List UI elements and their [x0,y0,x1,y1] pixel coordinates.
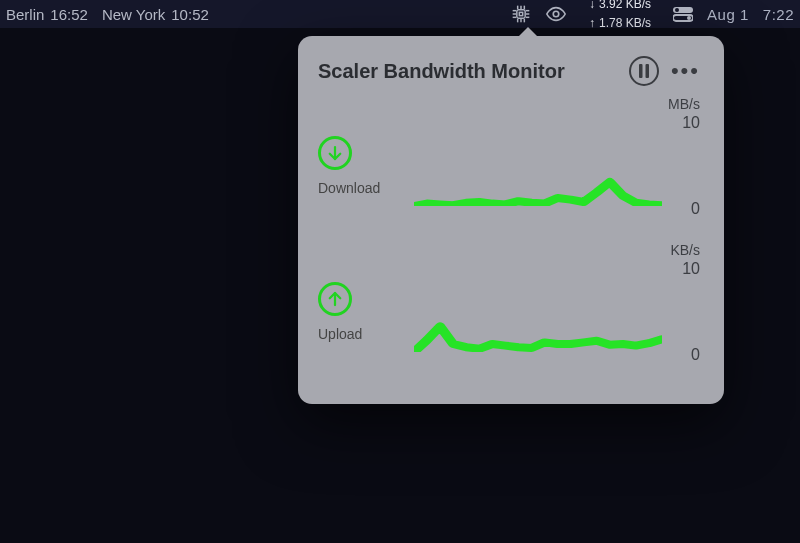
download-unit: MB/s [664,96,700,112]
upload-unit: KB/s [664,242,700,258]
download-label: Download [318,180,380,196]
svg-rect-1 [519,12,522,15]
system-time[interactable]: 7:22 [763,6,794,23]
eye-icon[interactable] [545,3,567,25]
upload-max: 10 [664,260,700,278]
download-icon [318,136,352,170]
city-label: Berlin [6,6,44,23]
control-center-icon[interactable] [673,6,693,22]
upload-sparkline [414,272,662,352]
svg-point-18 [687,16,691,20]
cpu-icon[interactable] [511,4,531,24]
download-max: 10 [664,114,700,132]
upload-icon [318,282,352,316]
download-zero: 0 [664,200,700,218]
upload-arrow-icon: ↑ [589,17,595,30]
svg-rect-19 [639,64,643,78]
more-button[interactable]: ••• [667,58,704,84]
svg-rect-0 [517,10,525,18]
upload-chart: Upload KB/s 10 0 [318,242,704,382]
svg-rect-20 [645,64,649,78]
upload-rate: 1.78 KB/s [599,17,651,30]
bandwidth-menu-item[interactable]: ↓3.92 KB/s ↑1.78 KB/s [581,0,659,31]
download-rate: 3.92 KB/s [599,0,651,11]
upload-zero: 0 [664,346,700,364]
download-chart: Download MB/s 10 0 [318,96,704,236]
world-clock-newyork[interactable]: New York 10:52 [102,6,209,23]
menubar: Berlin 16:52 New York 10:52 ↓3.92 KB/s ↑… [0,0,800,28]
popover-tip [518,27,538,37]
svg-point-14 [553,11,559,17]
download-arrow-icon: ↓ [589,0,595,11]
system-date[interactable]: Aug 1 [707,6,749,23]
pause-button[interactable] [629,56,659,86]
city-time: 10:52 [171,6,209,23]
city-label: New York [102,6,165,23]
world-clock-berlin[interactable]: Berlin 16:52 [6,6,88,23]
upload-label: Upload [318,326,362,342]
download-sparkline [414,126,662,206]
bandwidth-popover: Scaler Bandwidth Monitor ••• Download MB… [298,36,724,404]
city-time: 16:52 [50,6,88,23]
popover-title: Scaler Bandwidth Monitor [318,60,621,83]
svg-point-17 [675,8,679,12]
